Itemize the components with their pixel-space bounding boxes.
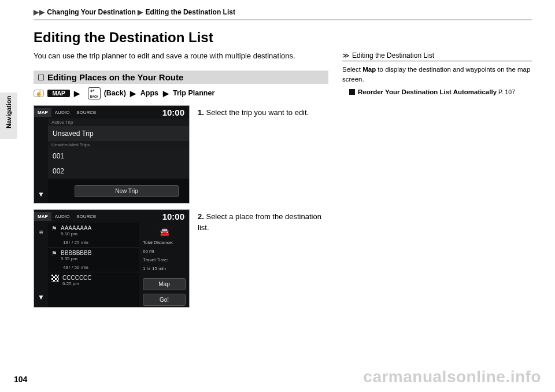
active-trip-label: Active Trip [48,119,189,126]
segment-info: 18↑ / 25 min [48,239,139,247]
screenshot-2: MAP AUDIO SOURCE 10:00 ≡ ▼ ⚑ [34,209,190,308]
tab-audio[interactable]: AUDIO [51,212,73,221]
chevron-icon: ▶ [74,89,80,98]
step-1: MAP AUDIO SOURCE 10:00 ▼ Active Trip Uns… [34,105,328,204]
square-icon [38,75,44,80]
clock: 10:00 [162,108,184,117]
new-trip-button[interactable]: New Trip [75,185,179,197]
tab-map[interactable]: MAP [34,212,51,221]
note-body: Select Map to display the destination an… [342,65,532,97]
travel-time: 1 hr 15 min [143,266,186,271]
page-title: Editing the Destination List [34,29,532,46]
flag-icon: ⚑ [51,225,57,232]
section-heading: Editing Places on the Your Route [34,71,328,84]
breadcrumb-a: Changing Your Destination [47,8,136,16]
total-distance-label: Total Distance: [143,240,186,245]
scroll-down-icon[interactable]: ▼ [38,190,45,198]
tab-audio[interactable]: AUDIO [51,108,73,117]
step-2: MAP AUDIO SOURCE 10:00 ≡ ▼ ⚑ [34,209,328,308]
clock: 10:00 [162,212,184,221]
chevron-icon: ▶ [138,8,143,16]
chevron-icon: ▶ [39,8,45,16]
back-icon: ↩BACK [88,87,101,99]
list-item[interactable]: Unsaved Trip [48,126,189,141]
total-distance: 66 mi [143,249,186,254]
menu-icon[interactable]: ≡ [39,228,43,236]
step-2-text: 2. Select a place from the destination l… [198,209,328,308]
list-item[interactable]: 001 [48,149,189,164]
unscheduled-label: Unscheduled Trips [48,141,189,149]
go-button[interactable]: Go! [143,294,186,306]
list-item[interactable]: ⚑ AAAAAAAA 5:10 pm [48,223,139,239]
flag-icon: ⚑ [51,250,57,257]
side-tab-label: Navigation [5,96,12,128]
link-icon [349,89,355,95]
chevron-icon: ▶ [163,89,169,98]
step-1-text: 1. Select the trip you want to edit. [198,105,328,204]
nav-path: ☝ MAP ▶ ↩BACK (Back) ▶ Apps ▶ Trip Plann… [34,87,328,99]
intro-text: You can use the trip planner to edit and… [34,51,328,60]
list-item[interactable]: CCCCCCC 6:25 pm [48,272,139,289]
watermark: carmanualsonline.info [363,368,541,386]
side-tab: Navigation [0,93,17,139]
scroll-down-icon[interactable]: ▼ [38,293,45,301]
note-heading: ≫Editing the Destination List [342,51,532,61]
chevron-icon: ▶ [130,89,136,98]
list-item[interactable]: ⚑ BBBBBBBB 5:35 pm [48,247,139,264]
map-button[interactable]: Map [143,278,186,290]
tab-map[interactable]: MAP [34,108,51,117]
tab-source[interactable]: SOURCE [73,108,99,117]
map-hardkey: MAP [47,90,69,97]
screenshot-1: MAP AUDIO SOURCE 10:00 ▼ Active Trip Uns… [34,105,190,204]
segment-info: 48↑ / 50 min [48,264,139,272]
chevron-icon: ▶ [34,8,39,16]
breadcrumb: ▶▶ Changing Your Destination ▶ Editing t… [34,8,532,20]
hand-icon: ☝ [34,90,44,97]
double-chevron-icon: ≫ [342,51,350,60]
travel-time-label: Travel Time: [143,257,186,262]
list-item[interactable]: 002 [48,164,189,179]
page-number: 104 [14,375,27,384]
tab-source[interactable]: SOURCE [73,212,99,221]
car-icon: 🚘 [143,227,186,236]
breadcrumb-b: Editing the Destination List [146,8,235,16]
checkered-flag-icon [51,275,59,282]
